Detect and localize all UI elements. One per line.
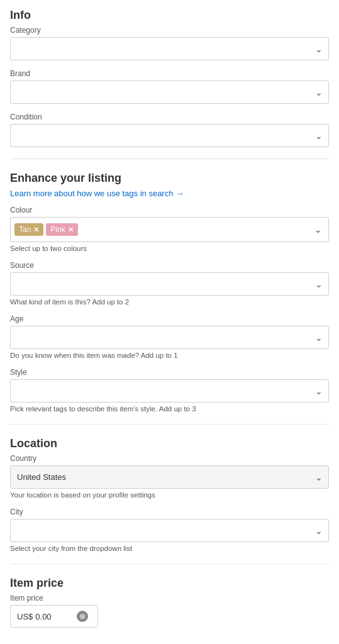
colour-tag-tan-remove[interactable]: ✕ — [33, 226, 39, 234]
colour-field-group: Colour Tan ✕ Pink ✕ ⌄ Select up to two c… — [10, 206, 329, 252]
country-label: Country — [10, 454, 329, 463]
enhance-title: Enhance your listing — [10, 172, 329, 185]
country-field-group: Country United States Your location is b… — [10, 454, 329, 499]
info-title: Info — [10, 9, 329, 22]
divider-1 — [10, 158, 329, 159]
category-select[interactable] — [10, 37, 329, 60]
condition-select-wrapper[interactable] — [10, 124, 329, 147]
colour-hint: Select up to two colours — [10, 245, 329, 252]
country-hint: Your location is based on your profile s… — [10, 491, 329, 499]
colour-dropdown[interactable]: Tan ✕ Pink ✕ ⌄ — [10, 217, 329, 242]
colour-label: Colour — [10, 206, 329, 214]
learn-more-arrow: → — [175, 189, 184, 198]
category-select-wrapper[interactable] — [10, 37, 329, 60]
category-field-group: Category — [10, 26, 329, 60]
divider-2 — [10, 424, 329, 425]
brand-field-group: Brand — [10, 69, 329, 104]
colour-tag-pink-label: Pink — [50, 225, 65, 234]
city-label: City — [10, 508, 329, 516]
source-label: Source — [10, 261, 329, 270]
age-select-wrapper[interactable] — [10, 326, 329, 349]
price-input-wrapper[interactable]: US$ ⊗ — [10, 605, 98, 628]
price-clear-button[interactable]: ⊗ — [77, 611, 88, 622]
price-input[interactable] — [35, 612, 73, 621]
price-section: Item price Item price US$ ⊗ — [10, 577, 329, 628]
location-title: Location — [10, 437, 329, 450]
colour-tag-pink-remove[interactable]: ✕ — [68, 226, 74, 234]
location-section: Location Country United States Your loca… — [10, 437, 329, 552]
info-section: Info Category Brand Condition — [10, 6, 329, 147]
colour-tag-tan[interactable]: Tan ✕ — [14, 223, 43, 236]
learn-more-link[interactable]: Learn more about how we use tags in sear… — [10, 189, 184, 198]
brand-select[interactable] — [10, 80, 329, 104]
age-label: Age — [10, 314, 329, 323]
source-field-group: Source What kind of item is this? Add up… — [10, 261, 329, 306]
style-select[interactable] — [10, 379, 329, 402]
colour-tag-pink[interactable]: Pink ✕ — [46, 223, 77, 236]
age-field-group: Age Do you know when this item was made?… — [10, 314, 329, 359]
city-select-wrapper[interactable] — [10, 519, 329, 542]
condition-label: Condition — [10, 113, 329, 121]
divider-3 — [10, 564, 329, 564]
city-hint: Select your city from the dropdown list — [10, 545, 329, 552]
condition-select[interactable] — [10, 124, 329, 147]
price-currency: US$ — [17, 612, 33, 621]
age-hint: Do you know when this item was made? Add… — [10, 352, 329, 359]
brand-label: Brand — [10, 69, 329, 78]
source-hint: What kind of item is this? Add up to 2 — [10, 298, 329, 306]
colour-chevron-icon: ⌄ — [314, 225, 322, 235]
price-title: Item price — [10, 577, 329, 590]
country-select[interactable]: United States — [10, 465, 329, 489]
enhance-section: Enhance your listing Learn more about ho… — [10, 172, 329, 413]
style-select-wrapper[interactable] — [10, 379, 329, 402]
source-select[interactable] — [10, 272, 329, 296]
style-hint: Pick relevant tags to describe this item… — [10, 405, 329, 413]
price-label: Item price — [10, 594, 329, 602]
age-select[interactable] — [10, 326, 329, 349]
brand-select-wrapper[interactable] — [10, 80, 329, 104]
country-select-wrapper[interactable]: United States — [10, 465, 329, 489]
colour-tag-tan-label: Tan — [19, 225, 31, 234]
style-label: Style — [10, 368, 329, 377]
source-select-wrapper[interactable] — [10, 272, 329, 296]
condition-field-group: Condition — [10, 113, 329, 147]
category-label: Category — [10, 26, 329, 35]
style-field-group: Style Pick relevant tags to describe thi… — [10, 368, 329, 413]
learn-more-text: Learn more about how we use tags in sear… — [10, 189, 173, 198]
city-field-group: City Select your city from the dropdown … — [10, 508, 329, 552]
city-select[interactable] — [10, 519, 329, 542]
